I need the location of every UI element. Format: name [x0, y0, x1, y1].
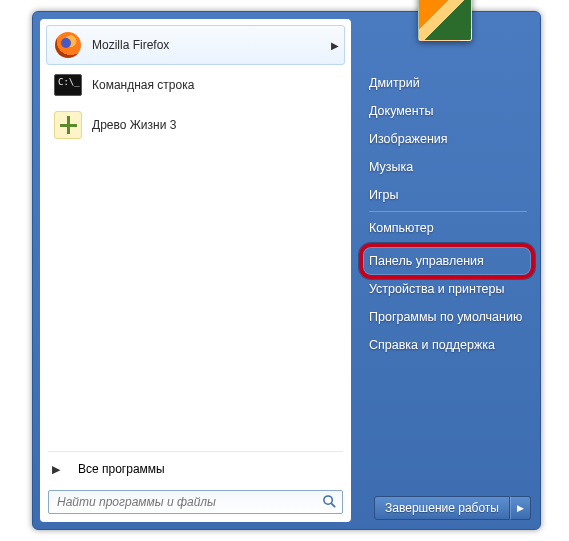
right-panel-item[interactable]: Музыка: [365, 153, 531, 181]
right-panel-item[interactable]: Игры: [365, 181, 531, 209]
shutdown-group: Завершение работы ▶: [374, 496, 531, 520]
submenu-arrow-icon: ▶: [331, 40, 339, 51]
right-panel: Дмитрий ДокументыИзображенияМузыкаИгрыКо…: [351, 13, 539, 528]
right-items-list: Дмитрий ДокументыИзображенияМузыкаИгрыКо…: [351, 67, 539, 359]
right-panel-item[interactable]: Устройства и принтеры: [365, 275, 531, 303]
program-item-tree[interactable]: Древо Жизни 3: [46, 105, 345, 145]
recent-programs-list: Mozilla Firefox ▶ C:\_ Командная строка …: [40, 19, 351, 449]
shutdown-button[interactable]: Завершение работы: [374, 496, 510, 520]
all-programs-button[interactable]: ▶ Все программы: [40, 454, 351, 484]
search-box: [48, 490, 343, 514]
annotation-highlight: [359, 243, 535, 279]
right-panel-item[interactable]: Документы: [365, 97, 531, 125]
separator: [369, 244, 527, 245]
user-avatar[interactable]: [418, 0, 472, 41]
shutdown-options-button[interactable]: ▶: [510, 496, 531, 520]
right-panel-item[interactable]: Изображения: [365, 125, 531, 153]
program-item-firefox[interactable]: Mozilla Firefox ▶: [46, 25, 345, 65]
left-panel: Mozilla Firefox ▶ C:\_ Командная строка …: [40, 19, 351, 522]
separator: [48, 451, 343, 452]
svg-line-1: [331, 503, 335, 507]
search-icon[interactable]: [322, 494, 337, 512]
right-panel-item[interactable]: Компьютер: [365, 214, 531, 242]
program-label: Древо Жизни 3: [92, 118, 339, 132]
user-name-item[interactable]: Дмитрий: [365, 69, 531, 97]
svg-point-0: [324, 496, 332, 504]
start-menu: Mozilla Firefox ▶ C:\_ Командная строка …: [32, 11, 541, 530]
right-panel-item[interactable]: Программы по умолчанию: [365, 303, 531, 331]
right-panel-item[interactable]: Панель управления: [365, 247, 531, 275]
triangle-right-icon: ▶: [52, 463, 60, 476]
cmd-icon: C:\_: [52, 69, 84, 101]
program-item-cmd[interactable]: C:\_ Командная строка: [46, 65, 345, 105]
program-label: Mozilla Firefox: [92, 38, 331, 52]
program-label: Командная строка: [92, 78, 339, 92]
firefox-icon: [52, 29, 84, 61]
right-panel-item[interactable]: Справка и поддержка: [365, 331, 531, 359]
separator: [369, 211, 527, 212]
search-input[interactable]: [48, 490, 343, 514]
all-programs-label: Все программы: [78, 462, 165, 476]
tree-icon: [52, 109, 84, 141]
